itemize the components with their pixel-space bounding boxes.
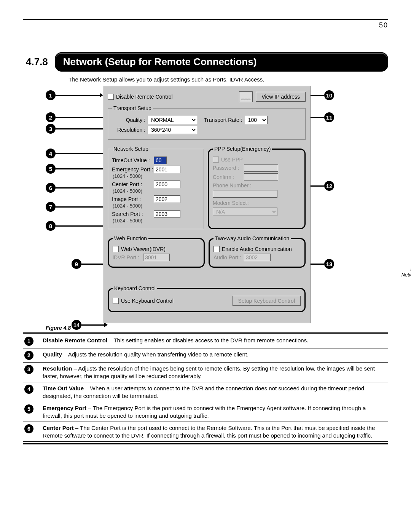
callout-6: 6 [46, 183, 56, 193]
callout-9: 9 [72, 259, 81, 269]
web-viewer-label: Web Viewer(iDVR) [121, 246, 166, 252]
use-ppp-label: Use PPP [221, 157, 243, 163]
image-port-input[interactable] [154, 195, 180, 203]
figure-screenshot: 1 2 3 4 5 6 7 8 [46, 86, 388, 323]
use-keyboard-label: Use Keyboard Control [121, 298, 174, 304]
transport-rate-label: Transport Rate : [204, 117, 242, 123]
section-header: 4.7.8 Network (Setup for Remote Connecti… [23, 52, 388, 72]
ppp-modem-select[interactable]: N/A [213, 208, 277, 216]
callout-3: 3 [46, 124, 56, 134]
keyboard-icon: ▭▭▭ [239, 91, 253, 102]
table-row: 3Resolution – Adjusts the resolution of … [23, 363, 388, 382]
description-bullet: 6 [24, 424, 33, 433]
ppp-confirm-input[interactable] [244, 173, 278, 181]
description-term: Emergency Port [43, 405, 86, 411]
ppp-password-label: Password : [213, 165, 244, 171]
description-term: Disable Remote Control [43, 337, 107, 343]
idvr-port-input[interactable] [143, 254, 170, 261]
quality-select[interactable]: NORMAL [148, 116, 197, 124]
ppp-phone-label: Phone Number : [213, 182, 252, 189]
use-ppp-checkbox[interactable] [213, 157, 219, 163]
figure-caption-right: Figure 4.8 Network Setup [401, 266, 411, 278]
audio-comm-group: Two-way Audio Communication Enable Audio… [209, 235, 306, 268]
audio-legend: Two-way Audio Communication [213, 235, 291, 241]
view-ip-button[interactable]: View IP address [256, 92, 306, 102]
setup-keyboard-button[interactable]: Setup Keyboard Control [233, 296, 301, 306]
description-text: – The Center Port is the port used to co… [43, 425, 375, 439]
use-keyboard-checkbox[interactable] [113, 298, 119, 304]
table-row: 1Disable Remote Control – This setting e… [23, 334, 388, 348]
intro-text: The Network Setup allows you to adjust s… [68, 76, 388, 83]
description-bullet: 1 [24, 337, 33, 346]
description-term: Center Port [43, 425, 74, 431]
callout-13: 13 [324, 259, 334, 269]
callout-2: 2 [46, 112, 56, 122]
network-legend: Network Setup [112, 146, 150, 152]
ppp-setup-group: PPP Setup(Emergency) Use PPP Password : … [208, 146, 306, 229]
idvr-port-label: iDVR Port : [113, 254, 143, 260]
image-port-label: Image Port : [112, 196, 154, 202]
description-bullet: 5 [24, 404, 33, 414]
description-table: 1Disable Remote Control – This setting e… [23, 334, 388, 442]
description-bullet: 2 [24, 351, 33, 360]
port-range: (1024 - 5000) [113, 173, 200, 179]
resolution-label: Resolution : [112, 127, 145, 133]
page-number: 50 [23, 21, 388, 29]
center-port-label: Center Port : [112, 181, 154, 187]
emergency-port-input[interactable] [154, 166, 180, 173]
disable-remote-label: Disable Remote Control [116, 94, 173, 100]
description-text: – This setting enables or disables acces… [107, 337, 308, 343]
table-row: 2Quality – Adjusts the resolution qualit… [23, 348, 388, 363]
timeout-label: TimeOut Value : [112, 157, 154, 163]
description-text: – Adjusts the resolution of the images b… [43, 365, 375, 379]
disable-remote-checkbox[interactable] [108, 94, 114, 100]
description-term: Quality [43, 351, 62, 358]
ppp-confirm-label: Confirm : [213, 174, 244, 180]
table-row: 6Center Port – The Center Port is the po… [23, 422, 388, 442]
web-legend: Web Function [113, 235, 148, 241]
ppp-phone-input[interactable] [213, 190, 277, 198]
resolution-select[interactable]: 360*240 [148, 126, 197, 134]
callout-4: 4 [46, 149, 56, 158]
ppp-legend: PPP Setup(Emergency) [213, 146, 272, 152]
description-text: – The Emergency Port is the port used to… [43, 405, 366, 419]
section-number: 4.7.8 [23, 52, 48, 72]
callout-1: 1 [46, 90, 56, 100]
audio-enable-label: Enable Audio Communication [222, 246, 292, 252]
keyboard-legend: Keyboard Control [113, 285, 157, 291]
timeout-input[interactable] [154, 157, 167, 164]
description-bullet: 4 [24, 385, 33, 394]
transport-setup-group: Transport Setup Quality : NORMAL Transpo… [108, 105, 306, 140]
transport-rate-select[interactable]: 100 [245, 116, 268, 124]
network-setup-dialog: Disable Remote Control ▭▭▭ View IP addre… [103, 86, 311, 323]
network-setup-group: Network Setup TimeOut Value : Emergency … [108, 146, 204, 229]
description-text: – When a user attempts to connect to the… [43, 385, 364, 399]
ppp-modem-label: Modem Select : [213, 200, 250, 206]
callout-5: 5 [46, 164, 56, 174]
quality-label: Quality : [112, 117, 145, 123]
port-range: (1024 - 5000) [113, 218, 200, 224]
callout-14: 14 [72, 320, 81, 330]
ppp-password-input[interactable] [244, 164, 278, 172]
callout-12: 12 [324, 181, 334, 191]
center-port-input[interactable] [154, 181, 180, 188]
description-term: Resolution [43, 365, 72, 372]
description-bullet: 3 [24, 365, 33, 374]
callout-10: 10 [324, 90, 334, 100]
description-term: Time Out Value [43, 385, 84, 391]
web-function-group: Web Function Web Viewer(iDVR) iDVR Port … [108, 235, 205, 268]
callout-7: 7 [46, 202, 56, 212]
emergency-port-label: Emergency Port : [112, 166, 154, 173]
search-port-input[interactable] [154, 210, 180, 218]
web-viewer-checkbox[interactable] [113, 246, 119, 252]
table-row: 5Emergency Port – The Emergency Port is … [23, 402, 388, 422]
transport-legend: Transport Setup [112, 105, 153, 111]
audio-port-label: Audio Port : [213, 254, 244, 260]
audio-enable-checkbox[interactable] [213, 246, 220, 252]
callout-11: 11 [324, 112, 334, 122]
table-row: 4Time Out Value – When a user attempts t… [23, 382, 388, 402]
section-title: Network (Setup for Remote Connections) [55, 52, 388, 72]
port-range: (1024 - 5000) [113, 188, 200, 194]
audio-port-input[interactable] [244, 254, 271, 261]
callout-8: 8 [46, 221, 56, 231]
